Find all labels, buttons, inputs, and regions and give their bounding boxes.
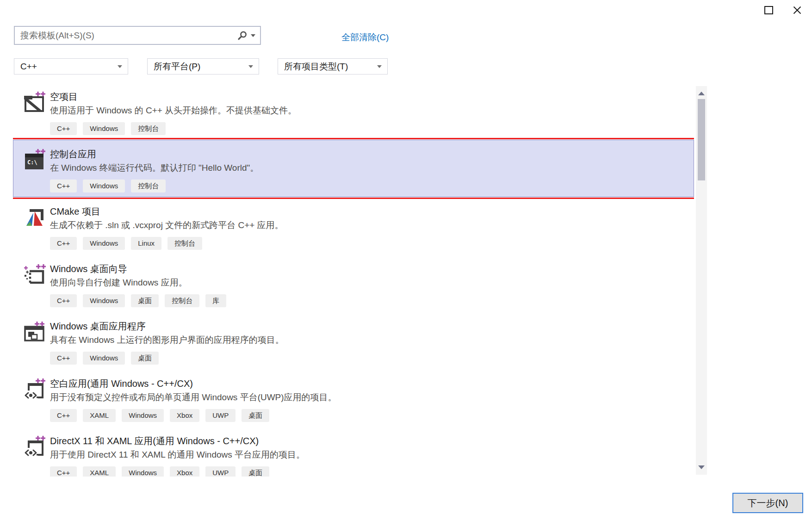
chevron-down-icon: [377, 65, 382, 68]
template-item-1[interactable]: 空项目使用适用于 Windows 的 C++ 从头开始操作。不提供基础文件。C+…: [13, 82, 694, 140]
template-description: 具有在 Windows 上运行的图形用户界面的应用程序的项目。: [50, 334, 284, 346]
template-item-3[interactable]: CMake 项目生成不依赖于 .sln 或 .vcxproj 文件的新式跨平台 …: [13, 197, 694, 254]
close-icon: [793, 6, 801, 14]
language-filter-dropdown[interactable]: C++: [14, 58, 128, 74]
template-title: 空项目: [50, 91, 78, 103]
tag-pill[interactable]: Windows: [83, 294, 125, 307]
template-title: CMake 项目: [50, 205, 100, 218]
template-tags: C++Windows控制台: [50, 122, 166, 135]
tag-pill[interactable]: Windows: [122, 409, 164, 422]
uwp-directx-app-icon: [24, 436, 46, 457]
console-app-icon: C:\: [24, 149, 46, 170]
tag-pill[interactable]: Windows: [83, 180, 125, 192]
tag-pill[interactable]: Windows: [83, 352, 125, 365]
cmake-project-icon: [24, 206, 46, 228]
tag-pill[interactable]: Linux: [131, 237, 161, 250]
desktop-app-icon: [24, 321, 46, 342]
language-filter-value: C++: [20, 62, 37, 72]
tag-pill[interactable]: Xbox: [170, 409, 199, 422]
tag-pill[interactable]: XAML: [83, 466, 116, 477]
tag-pill[interactable]: UWP: [205, 466, 236, 477]
platform-filter-dropdown[interactable]: 所有平台(P): [147, 58, 259, 74]
next-button[interactable]: 下一步(N): [732, 493, 803, 513]
tag-pill[interactable]: C++: [50, 352, 77, 365]
tag-pill[interactable]: 控制台: [165, 294, 199, 307]
tag-pill[interactable]: 桌面: [131, 352, 159, 365]
template-tags: C++Windows控制台: [50, 180, 166, 192]
tag-pill[interactable]: C++: [50, 409, 77, 422]
tag-pill[interactable]: Windows: [122, 466, 164, 477]
scrollbar[interactable]: [696, 86, 707, 475]
tag-pill[interactable]: Windows: [83, 122, 125, 135]
template-item-7[interactable]: DirectX 11 和 XAML 应用(通用 Windows - C++/CX…: [13, 427, 694, 477]
tag-pill[interactable]: C++: [50, 294, 77, 307]
template-title: 控制台应用: [50, 148, 96, 161]
window-controls: [757, 0, 808, 20]
tag-pill[interactable]: C++: [50, 180, 77, 192]
template-title: DirectX 11 和 XAML 应用(通用 Windows - C++/CX…: [50, 435, 259, 447]
tag-pill[interactable]: Xbox: [170, 466, 199, 477]
tag-pill[interactable]: C++: [50, 466, 77, 477]
template-title: 空白应用(通用 Windows - C++/CX): [50, 378, 193, 390]
tag-pill[interactable]: C++: [50, 237, 77, 250]
scroll-up-arrow-icon[interactable]: [698, 92, 705, 95]
tag-pill[interactable]: XAML: [83, 409, 116, 422]
close-button[interactable]: [786, 0, 808, 20]
project-type-filter-dropdown[interactable]: 所有项目类型(T): [278, 58, 388, 74]
template-tags: C++Windows桌面: [50, 352, 159, 365]
scrollbar-thumb[interactable]: [698, 99, 705, 180]
svg-text:C:\: C:\: [27, 159, 37, 166]
project-type-filter-value: 所有项目类型(T): [284, 61, 348, 73]
chevron-down-icon: [118, 65, 122, 68]
chevron-down-icon: [248, 65, 253, 68]
maximize-icon: [764, 6, 773, 14]
template-tags: C++XAMLWindowsXboxUWP桌面: [50, 409, 269, 422]
template-title: Windows 桌面向导: [50, 263, 127, 275]
template-description: 使用适用于 Windows 的 C++ 从头开始操作。不提供基础文件。: [50, 105, 297, 117]
template-item-2[interactable]: C:\控制台应用在 Windows 终端运行代码。默认打印 "Hello Wor…: [13, 140, 694, 197]
template-item-5[interactable]: Windows 桌面应用程序具有在 Windows 上运行的图形用户界面的应用程…: [13, 312, 694, 369]
tag-pill[interactable]: 控制台: [131, 122, 166, 135]
tag-pill[interactable]: C++: [50, 122, 77, 135]
template-description: 生成不依赖于 .sln 或 .vcxproj 文件的新式跨平台 C++ 应用。: [50, 219, 284, 231]
tag-pill[interactable]: 桌面: [242, 466, 269, 477]
tag-pill[interactable]: Windows: [83, 237, 125, 250]
search-options-caret-icon: [251, 34, 255, 37]
search-icon: [237, 31, 248, 41]
tag-pill[interactable]: 控制台: [167, 237, 202, 250]
template-list: 空项目使用适用于 Windows 的 C++ 从头开始操作。不提供基础文件。C+…: [13, 82, 694, 477]
template-description: 用于没有预定义控件或布局的单页通用 Windows 平台(UWP)应用的项目。: [50, 391, 337, 403]
tag-pill[interactable]: 控制台: [131, 180, 166, 192]
search-button[interactable]: [237, 31, 260, 41]
template-item-4[interactable]: Windows 桌面向导使用向导自行创建 Windows 应用。C++Windo…: [13, 254, 694, 312]
uwp-blank-app-icon: [24, 378, 46, 400]
template-description: 在 Windows 终端运行代码。默认打印 "Hello World"。: [50, 162, 259, 174]
platform-filter-value: 所有平台(P): [154, 61, 200, 73]
template-title: Windows 桌面应用程序: [50, 320, 146, 333]
scroll-down-arrow-icon[interactable]: [698, 465, 705, 469]
template-description: 用于使用 DirectX 11 和 XAML 的通用 Windows 平台应用的…: [50, 449, 305, 461]
search-input[interactable]: [15, 27, 237, 44]
template-description: 使用向导自行创建 Windows 应用。: [50, 277, 187, 289]
template-tags: C++WindowsLinux控制台: [50, 237, 202, 250]
tag-pill[interactable]: UWP: [205, 409, 236, 422]
desktop-wizard-icon: [24, 264, 46, 285]
template-item-6[interactable]: 空白应用(通用 Windows - C++/CX)用于没有预定义控件或布局的单页…: [13, 369, 694, 427]
template-tags: C++XAMLWindowsXboxUWP桌面: [50, 466, 269, 477]
tag-pill[interactable]: 库: [205, 294, 226, 307]
empty-project-icon: [24, 92, 46, 113]
maximize-button[interactable]: [757, 0, 780, 20]
tag-pill[interactable]: 桌面: [131, 294, 159, 307]
clear-all-link[interactable]: 全部清除(C): [341, 30, 389, 49]
template-tags: C++Windows桌面控制台库: [50, 294, 226, 307]
tag-pill[interactable]: 桌面: [242, 409, 269, 422]
search-box: [14, 26, 261, 45]
